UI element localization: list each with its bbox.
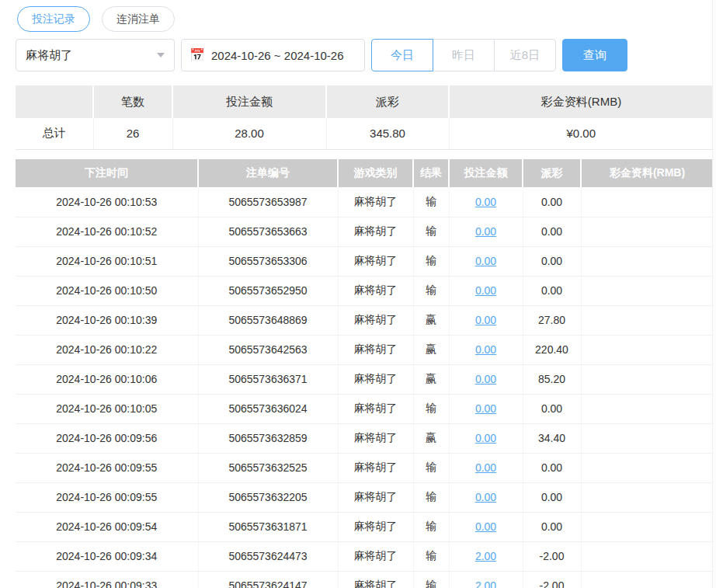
- summary-header-payout: 派彩: [326, 85, 449, 118]
- cell-game-type: 麻将胡了: [338, 541, 413, 571]
- bet-amount-link[interactable]: 0.00: [475, 432, 496, 444]
- cell-bet-amount: 0.00: [449, 423, 523, 453]
- col-header-game-type: 游戏类别: [338, 159, 413, 187]
- cell-order-number: 5065573653306: [198, 246, 338, 276]
- last-8-days-button[interactable]: 近8日: [494, 39, 556, 71]
- bet-amount-link[interactable]: 0.00: [475, 314, 496, 326]
- cell-result: 赢: [413, 423, 449, 453]
- table-row: 2024-10-26 00:10:05 5065573636024 麻将胡了 输…: [16, 394, 713, 423]
- cell-order-number: 5065573631871: [198, 512, 338, 541]
- cell-bonus: [581, 335, 713, 364]
- summary-total-count: 26: [93, 118, 172, 149]
- cell-bet-time: 2024-10-26 00:10:53: [16, 187, 198, 217]
- bet-amount-link[interactable]: 0.00: [475, 402, 496, 415]
- bet-amount-link[interactable]: 0.00: [475, 491, 496, 503]
- tab-cancelled-orders[interactable]: 连消注单: [102, 6, 175, 32]
- bet-amount-link[interactable]: 0.00: [475, 225, 496, 238]
- cell-payout: 34.40: [523, 423, 581, 453]
- table-row: 2024-10-26 00:09:34 5065573624473 麻将胡了 输…: [16, 541, 713, 571]
- quick-date-group: 今日 昨日 近8日: [371, 39, 556, 71]
- cell-result: 输: [413, 482, 449, 512]
- cell-bet-amount: 0.00: [449, 482, 523, 512]
- cell-payout: 0.00: [523, 512, 581, 541]
- bet-table: 下注时间 注单编号 游戏类别 结果 投注金额 派彩 彩金资料(RMB) 2024…: [16, 159, 713, 588]
- date-range-picker[interactable]: 📅 2024-10-26 ~ 2024-10-26: [181, 39, 365, 71]
- cell-game-type: 麻将胡了: [338, 364, 413, 394]
- cell-bet-amount: 0.00: [449, 246, 523, 276]
- cell-bonus: [581, 482, 713, 512]
- col-header-bet-amount: 投注金额: [449, 159, 523, 187]
- cell-bet-amount: 0.00: [449, 217, 523, 246]
- bet-table-header-row: 下注时间 注单编号 游戏类别 结果 投注金额 派彩 彩金资料(RMB): [16, 159, 713, 187]
- bet-amount-link[interactable]: 2.00: [475, 579, 496, 588]
- cell-game-type: 麻将胡了: [338, 246, 413, 276]
- cell-payout: 85.20: [523, 364, 581, 394]
- cell-bet-amount: 2.00: [449, 541, 523, 571]
- cell-order-number: 5065573632859: [198, 423, 338, 453]
- cell-game-type: 麻将胡了: [338, 276, 413, 305]
- cell-result: 赢: [413, 364, 449, 394]
- bet-amount-link[interactable]: 0.00: [475, 520, 496, 533]
- yesterday-button[interactable]: 昨日: [433, 39, 495, 71]
- cell-bet-time: 2024-10-26 00:10:05: [16, 394, 198, 423]
- game-type-select-value: 麻将胡了: [26, 48, 72, 63]
- filter-bar: 麻将胡了 📅 2024-10-26 ~ 2024-10-26 今日 昨日 近8日…: [16, 39, 713, 71]
- cell-payout: -2.00: [523, 571, 581, 588]
- cell-bonus: [581, 364, 713, 394]
- bet-records-page: 投注记录 连消注单 麻将胡了 📅 2024-10-26 ~ 2024-10-26…: [0, 0, 716, 588]
- table-row: 2024-10-26 00:10:50 5065573652950 麻将胡了 输…: [16, 276, 713, 305]
- cell-bet-time: 2024-10-26 00:09:54: [16, 512, 198, 541]
- cell-game-type: 麻将胡了: [338, 335, 413, 364]
- query-button[interactable]: 查询: [562, 39, 627, 71]
- cell-order-number: 5065573632205: [198, 482, 338, 512]
- cell-result: 输: [413, 276, 449, 305]
- bet-amount-link[interactable]: 0.00: [475, 255, 496, 267]
- cell-result: 输: [413, 571, 449, 588]
- cell-payout: 27.80: [523, 305, 581, 335]
- bet-table-body: 2024-10-26 00:10:53 5065573653987 麻将胡了 输…: [16, 187, 713, 588]
- cell-bet-amount: 0.00: [449, 187, 523, 217]
- bet-amount-link[interactable]: 0.00: [475, 284, 496, 297]
- cell-result: 赢: [413, 305, 449, 335]
- cell-result: 输: [413, 512, 449, 541]
- cell-game-type: 麻将胡了: [338, 512, 413, 541]
- cell-bet-amount: 0.00: [449, 364, 523, 394]
- cell-result: 输: [413, 217, 449, 246]
- bet-amount-link[interactable]: 0.00: [475, 343, 496, 356]
- cell-game-type: 麻将胡了: [338, 482, 413, 512]
- bet-amount-link[interactable]: 2.00: [475, 550, 496, 562]
- table-row: 2024-10-26 00:10:53 5065573653987 麻将胡了 输…: [16, 187, 713, 217]
- table-row: 2024-10-26 00:09:55 5065573632525 麻将胡了 输…: [16, 453, 713, 482]
- summary-header-count: 笔数: [93, 85, 172, 118]
- table-row: 2024-10-26 00:10:39 5065573648869 麻将胡了 赢…: [16, 305, 713, 335]
- cell-order-number: 5065573636371: [198, 364, 338, 394]
- cell-bonus: [581, 246, 713, 276]
- cell-bet-amount: 2.00: [449, 571, 523, 588]
- cell-bet-time: 2024-10-26 00:09:34: [16, 541, 198, 571]
- tab-bet-records[interactable]: 投注记录: [17, 6, 90, 32]
- cell-bonus: [581, 453, 713, 482]
- cell-order-number: 5065573652950: [198, 276, 338, 305]
- cell-bet-amount: 0.00: [449, 453, 523, 482]
- cell-order-number: 5065573632525: [198, 453, 338, 482]
- summary-header-row: 笔数 投注金额 派彩 彩金资料(RMB): [16, 85, 713, 118]
- table-row: 2024-10-26 00:09:56 5065573632859 麻将胡了 赢…: [16, 423, 713, 453]
- today-button[interactable]: 今日: [371, 39, 433, 71]
- cell-result: 输: [413, 453, 449, 482]
- bet-amount-link[interactable]: 0.00: [475, 461, 496, 474]
- vertical-scrollbar[interactable]: [712, 0, 716, 588]
- cell-bonus: [581, 217, 713, 246]
- game-type-select[interactable]: 麻将胡了: [16, 39, 175, 71]
- bet-amount-link[interactable]: 0.00: [475, 196, 496, 208]
- table-row: 2024-10-26 00:10:06 5065573636371 麻将胡了 赢…: [16, 364, 713, 394]
- cell-payout: 0.00: [523, 482, 581, 512]
- summary-header-empty: [16, 85, 93, 118]
- cell-bet-time: 2024-10-26 00:10:39: [16, 305, 198, 335]
- cell-game-type: 麻将胡了: [338, 571, 413, 588]
- cell-order-number: 5065573636024: [198, 394, 338, 423]
- cell-bet-time: 2024-10-26 00:10:50: [16, 276, 198, 305]
- col-header-bonus: 彩金资料(RMB): [581, 159, 713, 187]
- bet-amount-link[interactable]: 0.00: [475, 373, 496, 385]
- cell-bet-time: 2024-10-26 00:09:56: [16, 423, 198, 453]
- summary-header-bonus: 彩金资料(RMB): [449, 85, 713, 118]
